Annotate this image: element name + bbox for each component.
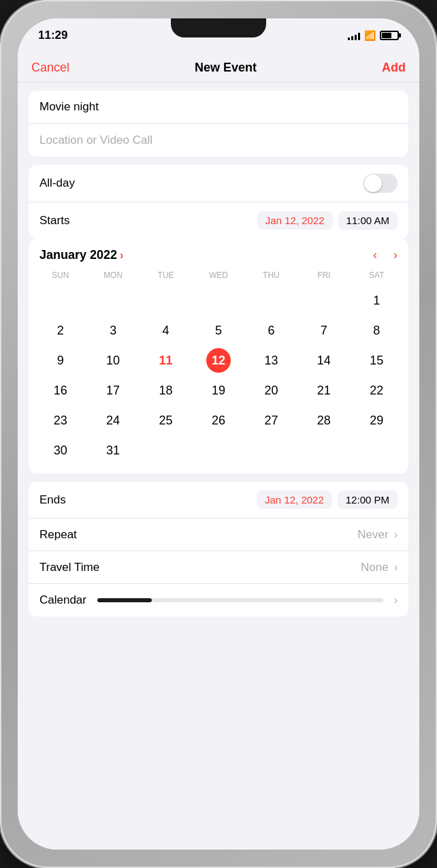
cal-day-14[interactable]: 14 (297, 345, 350, 375)
cal-day-17[interactable]: 17 (86, 375, 139, 405)
ends-date-badge[interactable]: Jan 12, 2022 (257, 491, 332, 509)
cal-day-empty (297, 285, 350, 315)
travel-time-label: Travel Time (39, 561, 99, 574)
notch (171, 18, 266, 37)
starts-row: Starts Jan 12, 2022 11:00 AM (29, 202, 408, 238)
cal-day-empty (351, 435, 403, 465)
ends-time-badge[interactable]: 12:00 PM (338, 491, 398, 509)
cal-day-13[interactable]: 13 (245, 345, 297, 375)
cal-day-4[interactable]: 4 (140, 315, 192, 345)
repeat-row[interactable]: Repeat Never › (29, 518, 408, 551)
cal-day-11[interactable]: 11 (140, 345, 192, 375)
starts-date-badge[interactable]: Jan 12, 2022 (257, 211, 333, 230)
cal-day-20[interactable]: 20 (245, 375, 297, 405)
phone-frame: 11:29 📶 Cancel New Event Add (0, 0, 437, 868)
calendar-label: Calendar (39, 593, 86, 607)
cal-day-6[interactable]: 6 (245, 315, 297, 345)
cal-day-empty (192, 285, 244, 315)
calendar-section: January 2022 › ‹ › SUN MON TUE WED THU F… (29, 238, 408, 474)
prev-month-button[interactable]: ‹ (373, 248, 377, 262)
day-wed: WED (192, 268, 244, 283)
cal-day-28[interactable]: 28 (297, 405, 350, 435)
all-day-row: All-day (29, 165, 408, 202)
cal-day-empty (140, 435, 192, 465)
wifi-icon: 📶 (364, 30, 376, 41)
status-time: 11:29 (38, 29, 67, 42)
cal-day-29[interactable]: 29 (351, 405, 403, 435)
cal-day-25[interactable]: 25 (140, 405, 192, 435)
starts-time-badge[interactable]: 11:00 AM (338, 211, 398, 230)
day-mon: MON (86, 268, 139, 283)
ends-label: Ends (39, 493, 66, 507)
calendar-bar-rest (152, 598, 383, 602)
cal-day-empty (86, 285, 139, 315)
repeat-value: Never (357, 528, 388, 542)
cal-day-27[interactable]: 27 (245, 405, 297, 435)
cal-day-16[interactable]: 16 (34, 375, 86, 405)
cal-day-30[interactable]: 30 (34, 435, 86, 465)
calendar-row[interactable]: Calendar › (29, 584, 408, 617)
nav-bar: Cancel New Event Add (18, 52, 419, 82)
cal-day-2[interactable]: 2 (34, 315, 86, 345)
repeat-right: Never › (357, 528, 398, 542)
cal-day-9[interactable]: 9 (34, 345, 86, 375)
calendar-chevron-icon: › (394, 594, 398, 606)
cal-day-empty (297, 435, 350, 465)
all-day-label: All-day (39, 176, 75, 190)
starts-right: Jan 12, 2022 11:00 AM (257, 211, 398, 230)
day-fri: FRI (297, 268, 350, 283)
calendar-bar (97, 598, 152, 602)
cal-day-empty (34, 285, 86, 315)
cal-day-8[interactable]: 8 (351, 315, 403, 345)
cal-day-21[interactable]: 21 (297, 375, 350, 405)
cal-day-26[interactable]: 26 (192, 405, 244, 435)
travel-time-row[interactable]: Travel Time None › (29, 551, 408, 584)
add-button[interactable]: Add (382, 61, 406, 75)
status-icons: 📶 (348, 30, 399, 41)
day-sat: SAT (351, 268, 403, 283)
calendar-month-title[interactable]: January 2022 › (39, 248, 123, 262)
cal-day-5[interactable]: 5 (192, 315, 244, 345)
cal-day-7[interactable]: 7 (297, 315, 350, 345)
cal-day-18[interactable]: 18 (140, 375, 192, 405)
screen-content: Cancel New Event Add Movie night Locatio… (18, 52, 419, 850)
cal-day-31[interactable]: 31 (86, 435, 139, 465)
cal-day-empty (140, 285, 192, 315)
repeat-label: Repeat (39, 528, 77, 542)
title-location-section: Movie night Location or Video Call (29, 91, 408, 157)
datetime-section: All-day Starts Jan 12, 2022 11:00 AM (29, 165, 408, 238)
calendar-header: January 2022 › ‹ › (29, 238, 408, 268)
cancel-button[interactable]: Cancel (31, 61, 69, 75)
event-title-input[interactable]: Movie night (29, 91, 408, 124)
battery-icon (380, 31, 399, 40)
cal-day-12[interactable]: 12 (192, 345, 244, 375)
travel-time-chevron-icon: › (394, 561, 398, 574)
all-day-toggle[interactable] (363, 174, 398, 193)
page-title: New Event (195, 61, 257, 75)
phone-screen: 11:29 📶 Cancel New Event Add (18, 18, 419, 850)
bottom-section: Ends Jan 12, 2022 12:00 PM Repeat Never … (29, 482, 408, 617)
cal-day-15[interactable]: 15 (351, 345, 403, 375)
ends-right: Jan 12, 2022 12:00 PM (257, 491, 398, 509)
day-sun: SUN (34, 268, 86, 283)
cal-day-empty (192, 435, 244, 465)
cal-day-19[interactable]: 19 (192, 375, 244, 405)
month-expand-icon: › (120, 249, 123, 262)
repeat-chevron-icon: › (394, 529, 398, 541)
toggle-thumb (364, 174, 382, 192)
signal-icon (348, 31, 360, 40)
cal-day-24[interactable]: 24 (86, 405, 139, 435)
next-month-button[interactable]: › (393, 248, 398, 262)
cal-day-10[interactable]: 10 (86, 345, 139, 375)
cal-day-23[interactable]: 23 (34, 405, 86, 435)
cal-day-22[interactable]: 22 (351, 375, 403, 405)
month-year-label: January 2022 (39, 248, 117, 262)
cal-day-3[interactable]: 3 (86, 315, 139, 345)
calendar-grid: 1 2 3 4 5 6 7 8 9 10 11 12 (29, 285, 408, 474)
travel-time-right: None › (361, 561, 398, 574)
cal-day-empty (245, 435, 297, 465)
days-of-week-header: SUN MON TUE WED THU FRI SAT (29, 268, 408, 283)
cal-day-1[interactable]: 1 (351, 285, 403, 315)
location-input[interactable]: Location or Video Call (29, 124, 408, 157)
day-thu: THU (245, 268, 297, 283)
